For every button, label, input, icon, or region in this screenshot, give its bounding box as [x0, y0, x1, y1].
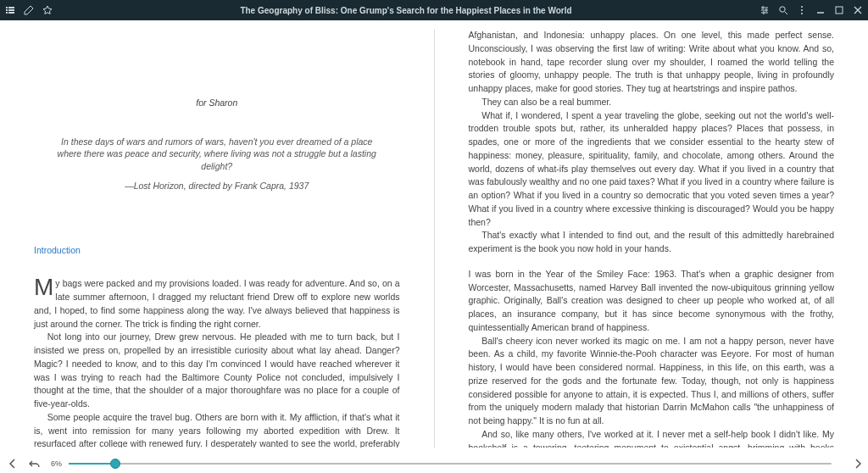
- minimize-icon[interactable]: [815, 5, 826, 15]
- search-icon[interactable]: [778, 5, 788, 15]
- progress-thumb[interactable]: [110, 459, 120, 469]
- body-paragraph: That's exactly what I intended to find o…: [469, 229, 835, 256]
- progress-fill: [69, 463, 114, 465]
- body-paragraph: Afghanistan, and Indonesia: unhappy plac…: [469, 29, 835, 96]
- dedication: for Sharon: [34, 97, 400, 110]
- star-icon[interactable]: [42, 5, 53, 15]
- toc-icon[interactable]: [5, 5, 15, 15]
- menu-icon[interactable]: [797, 5, 807, 15]
- next-page-icon[interactable]: [852, 458, 864, 470]
- body-paragraph: I was born in the Year of the Smiley Fac…: [469, 268, 835, 335]
- right-page[interactable]: Afghanistan, and Indonesia: unhappy plac…: [435, 29, 869, 448]
- epigraph-quote: In these days of wars and rumors of wars…: [51, 136, 383, 173]
- body-paragraph: Ball's cheery icon never worked its magi…: [469, 335, 835, 428]
- progress-label: 6%: [51, 459, 62, 468]
- svg-rect-4: [836, 7, 843, 14]
- prev-page-icon[interactable]: [7, 458, 19, 470]
- adjust-icon[interactable]: [760, 5, 770, 15]
- body-paragraph: What if, I wondered, I spent a year trav…: [469, 109, 835, 230]
- window-title: The Geography of Bliss: One Grump's Sear…: [61, 6, 751, 15]
- undo-icon[interactable]: [29, 458, 41, 470]
- svg-point-1: [801, 6, 803, 8]
- body-paragraph: They can also be a real bummer.: [469, 96, 835, 109]
- body-paragraph: Not long into our journey, Drew grew ner…: [34, 331, 400, 411]
- body-paragraph: Some people acquire the travel bug. Othe…: [34, 411, 400, 448]
- body-paragraph: And so, like many others, I've worked at…: [469, 428, 835, 448]
- progress-slider[interactable]: [69, 459, 832, 469]
- close-icon[interactable]: [853, 5, 863, 15]
- chapter-title: Introduction: [34, 244, 400, 258]
- maximize-icon[interactable]: [834, 5, 844, 15]
- footer-bar: 6%: [0, 454, 868, 473]
- edit-icon[interactable]: [24, 5, 34, 15]
- epigraph-source: —Lost Horizon, directed by Frank Capra, …: [34, 180, 400, 193]
- svg-point-0: [780, 7, 785, 12]
- left-page[interactable]: for Sharon In these days of wars and rum…: [0, 29, 435, 448]
- svg-point-2: [801, 9, 803, 11]
- titlebar: The Geography of Bliss: One Grump's Sear…: [0, 0, 868, 20]
- svg-point-3: [801, 13, 803, 14]
- reading-area: for Sharon In these days of wars and rum…: [0, 20, 868, 454]
- body-paragraph: My bags were packed and my provisions lo…: [34, 277, 400, 331]
